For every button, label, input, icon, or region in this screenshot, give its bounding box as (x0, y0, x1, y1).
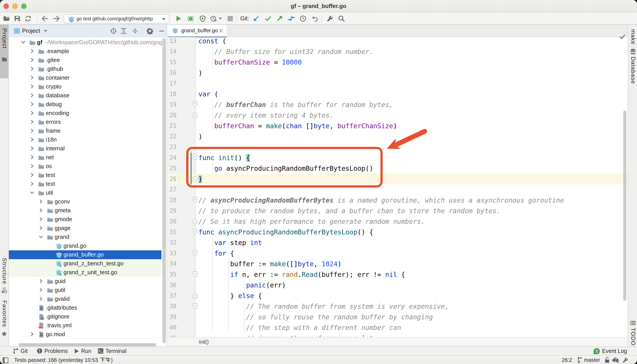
tree-item-grand-buffer-go[interactable]: grand_buffer.go (9, 250, 161, 259)
code-line-38[interactable]: // The random buffer from system is very… (198, 301, 449, 312)
tree-collapsed-caret-icon[interactable] (29, 128, 35, 134)
tree-item-grand-go[interactable]: grand.go (9, 242, 161, 250)
open-folder-icon[interactable] (3, 15, 10, 22)
tree-collapsed-caret-icon[interactable] (29, 331, 35, 337)
tree-item-go-mod[interactable]: go.mod (9, 330, 161, 338)
stripe-favorites-button[interactable]: Favorites (1, 300, 8, 327)
fold-start-icon[interactable] (192, 101, 198, 108)
project-panel-title[interactable]: Project (22, 25, 40, 37)
tree-item-crypto[interactable]: crypto (9, 82, 161, 91)
tree-item-guid[interactable]: guid (9, 277, 161, 286)
tree-item-gpage[interactable]: gpage (9, 224, 161, 233)
code-line-16[interactable]: ) (198, 68, 202, 78)
commit-icon[interactable] (264, 15, 272, 22)
tree-item-i18n[interactable]: i18n (9, 135, 161, 144)
fold-end-icon[interactable] (192, 112, 198, 118)
fold-start-icon[interactable] (192, 271, 198, 278)
todo-list-icon[interactable] (630, 321, 636, 326)
tree-collapsed-caret-icon[interactable] (38, 296, 44, 302)
sync-icon[interactable] (24, 14, 32, 22)
stripe-project-button[interactable]: Project (1, 28, 8, 49)
tree-collapsed-caret-icon[interactable] (38, 198, 44, 204)
chevron-down-icon[interactable] (44, 30, 47, 32)
git-branch-name[interactable]: master (584, 356, 600, 364)
tree-collapsed-caret-icon[interactable] (38, 278, 44, 284)
tree-item-os[interactable]: os (9, 162, 161, 171)
fold-end-icon[interactable] (192, 218, 198, 225)
code-line-34[interactable]: buffer := make([]byte, 1024) (198, 258, 342, 269)
project-tool-icon[interactable] (2, 56, 7, 62)
code-line-28[interactable]: // asyncProducingRandomBufferBytes is a … (198, 195, 564, 206)
code-line-20[interactable]: // every item storing 4 bytes. (198, 110, 334, 120)
tree-item-gf[interactable]: gf ~/Workspace/Go/GOPATH/src/github.com/… (9, 38, 161, 47)
forward-icon[interactable] (53, 15, 60, 22)
tree-item-encoding[interactable]: encoding (9, 109, 161, 118)
tree-collapsed-caret-icon[interactable] (29, 146, 35, 151)
locate-icon[interactable] (110, 28, 116, 34)
tree-collapsed-caret-icon[interactable] (29, 75, 35, 80)
code-line-41[interactable]: // improve the performance a lot. (198, 333, 377, 337)
tree-collapsed-caret-icon[interactable] (29, 181, 35, 187)
code-line-13[interactable]: const ( (198, 37, 226, 46)
code-line-37[interactable]: } else { (198, 290, 262, 301)
tree-item--github[interactable]: .github (9, 64, 161, 74)
tree-collapsed-caret-icon[interactable] (38, 216, 44, 222)
event-log-button[interactable]: 1 Event Log (594, 347, 627, 355)
stripe-structure-button[interactable]: Structure (1, 258, 8, 284)
toolwindow-problems-button[interactable]: Problems (37, 347, 68, 355)
code-line-30[interactable]: // So it has high performance to generat… (198, 216, 425, 227)
tree-item--travis-yml[interactable]: YML.travis.yml (9, 321, 161, 330)
tree-item-gconv[interactable]: gconv (9, 197, 161, 206)
tab-grand-buffer-go[interactable]: grand_buffer.go (168, 25, 226, 37)
tree-item--gitee[interactable]: .gitee (9, 56, 161, 64)
project-tree-vertical-scrollbar[interactable] (162, 38, 166, 343)
run-icon[interactable] (175, 15, 182, 22)
fold-end-icon[interactable] (192, 292, 198, 299)
toggle-toolwindows-icon[interactable] (3, 357, 8, 364)
code-line-22[interactable]: ) (198, 131, 202, 142)
code-line-14[interactable]: // Buffer size for uint32 random number. (198, 46, 373, 57)
hide-icon[interactable] (158, 28, 165, 34)
breadcrumb-item[interactable]: init() (199, 338, 209, 346)
rollback-icon[interactable] (311, 14, 318, 22)
debug-icon[interactable] (187, 15, 194, 22)
code-line-15[interactable]: bufferChanSize = 10000 (198, 57, 302, 68)
back-icon[interactable] (41, 15, 49, 22)
star-icon[interactable] (1, 331, 7, 336)
code-line-35[interactable]: if n, err := rand.Read(buffer); err != n… (198, 269, 405, 280)
tree-collapsed-caret-icon[interactable] (29, 163, 35, 169)
status-message[interactable]: Tests passed: 166 (yesterday 10:53 ) (14, 356, 113, 364)
stripe-make-button[interactable]: make (630, 29, 636, 45)
tree-collapsed-caret-icon[interactable] (29, 92, 35, 98)
tree-expanded-caret-icon[interactable] (29, 190, 35, 196)
tree-collapsed-caret-icon[interactable] (29, 48, 35, 54)
expand-icon[interactable] (120, 28, 127, 34)
wrench-icon[interactable] (622, 357, 628, 364)
code-line-36[interactable]: panic(err) (198, 280, 286, 290)
save-icon[interactable] (14, 15, 21, 22)
update-project-icon[interactable] (252, 15, 260, 22)
tree-item-errors[interactable]: errors (9, 118, 161, 126)
tree-collapsed-caret-icon[interactable] (38, 287, 44, 293)
tree-collapsed-caret-icon[interactable] (29, 137, 35, 142)
tree-expanded-caret-icon[interactable] (38, 234, 44, 240)
toolwindow-terminal-button[interactable]: Terminal (98, 347, 126, 355)
tree-collapsed-caret-icon[interactable] (29, 172, 35, 178)
profiler-icon[interactable] (210, 15, 217, 22)
tree-item--example[interactable]: .example (9, 47, 161, 56)
code-line-19[interactable]: // bufferChan is the buffer for random b… (198, 99, 393, 110)
code-line-18[interactable]: var ( (198, 89, 218, 99)
tree-expanded-caret-icon[interactable] (20, 39, 26, 45)
tree-item-test[interactable]: test (9, 171, 161, 180)
code-line-33[interactable]: for { (198, 248, 234, 258)
tree-item-gmeta[interactable]: gmeta (9, 206, 161, 215)
tree-item-database[interactable]: database (9, 91, 161, 100)
code-line-29[interactable]: // to produce the random bytes, and a bu… (198, 206, 500, 216)
tree-item-util[interactable]: util (9, 188, 161, 197)
stripe-database-button[interactable]: Database (630, 56, 636, 84)
collapse-icon[interactable] (132, 28, 138, 34)
caret-position[interactable]: 26:2 (562, 356, 572, 364)
tree-collapsed-caret-icon[interactable] (29, 66, 35, 72)
cloud-settings-icon[interactable] (612, 357, 619, 364)
stripe-todo-button[interactable]: TODO (630, 328, 636, 346)
